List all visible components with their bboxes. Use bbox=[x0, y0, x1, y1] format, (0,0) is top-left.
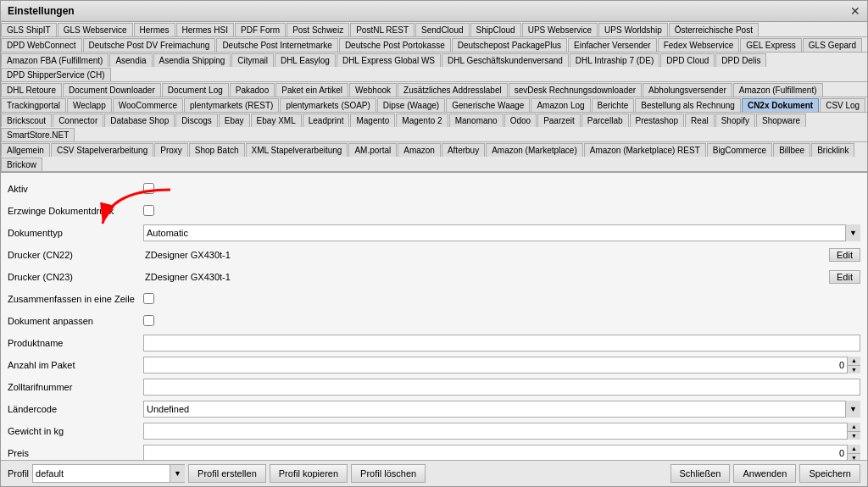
tab-asendia-shipping[interactable]: Asendia Shipping bbox=[153, 53, 231, 67]
profil-select[interactable]: default bbox=[32, 464, 185, 483]
tab-weclapp[interactable]: Weclapp bbox=[67, 98, 112, 112]
drucker-cn23-edit-button[interactable]: Edit bbox=[829, 270, 860, 284]
tab-plentymarkets-rest[interactable]: plentymarkets (REST) bbox=[184, 98, 279, 112]
dokumenttyp-select[interactable]: Automatic bbox=[143, 224, 860, 241]
tab-bigcommerce[interactable]: BigCommerce bbox=[707, 143, 772, 157]
tab-manomano[interactable]: Manomano bbox=[449, 113, 504, 127]
profil-kopieren-button[interactable]: Profil kopieren bbox=[270, 464, 348, 483]
tab-amazon-marketplace[interactable]: Amazon (Marketplace) bbox=[486, 143, 583, 157]
tab-ebay-xml[interactable]: Ebay XML bbox=[251, 113, 302, 127]
erzwinge-checkbox[interactable] bbox=[143, 205, 154, 216]
tab-brickscout[interactable]: Brickscout bbox=[1, 113, 52, 127]
tab-gls-shipit[interactable]: GLS ShipIT bbox=[1, 23, 57, 36]
tab-shipcloud[interactable]: ShipCloud bbox=[470, 23, 521, 36]
tab-bricklink[interactable]: Bricklink bbox=[811, 143, 854, 157]
tab-gel-express[interactable]: GEL Express bbox=[740, 38, 802, 52]
laendercode-select[interactable]: Undefined bbox=[143, 401, 860, 418]
tab-webhook[interactable]: Webhook bbox=[349, 83, 397, 97]
anzahl-down-button[interactable]: ▼ bbox=[848, 366, 860, 374]
aktiv-checkbox[interactable] bbox=[143, 183, 154, 194]
tab-dhl-intraship[interactable]: DHL Intraship 7 (DE) bbox=[570, 53, 659, 67]
tab-allgemein[interactable]: Allgemein bbox=[1, 143, 50, 157]
tab-amazon-fba[interactable]: Amazon FBA (Fulfillment) bbox=[1, 53, 108, 67]
produktname-input[interactable] bbox=[143, 335, 860, 351]
tab-pakadoo[interactable]: Pakadoo bbox=[230, 83, 275, 97]
tab-fedex-webservice[interactable]: Fedex Webservice bbox=[658, 38, 740, 52]
tab-csv-log[interactable]: CSV Log bbox=[820, 98, 865, 112]
tab-citymail[interactable]: Citymail bbox=[231, 53, 274, 67]
tab-gls-webservice[interactable]: GLS Webservice bbox=[58, 23, 133, 36]
tab-afterbuy[interactable]: Afterbuy bbox=[442, 143, 485, 157]
tab-ups-webservice[interactable]: UPS Webservice bbox=[522, 23, 598, 36]
tab-magento2[interactable]: Magento 2 bbox=[396, 113, 448, 127]
zolltarif-input[interactable] bbox=[143, 379, 860, 396]
preis-up-button[interactable]: ▲ bbox=[848, 445, 860, 454]
tab-dipse[interactable]: Dipse (Waage) bbox=[377, 98, 445, 112]
tab-connector[interactable]: Connector bbox=[53, 113, 103, 127]
tab-proxy[interactable]: Proxy bbox=[154, 143, 188, 157]
tab-discogs[interactable]: Discogs bbox=[175, 113, 218, 127]
tab-asendia[interactable]: Asendia bbox=[109, 53, 152, 67]
tab-amazon-log[interactable]: Amazon Log bbox=[531, 98, 590, 112]
tab-document-log[interactable]: Document Log bbox=[162, 83, 229, 97]
tab-generische-waage[interactable]: Generische Waage bbox=[446, 98, 530, 112]
preis-input[interactable] bbox=[143, 445, 860, 460]
anzahl-input[interactable] bbox=[143, 357, 860, 374]
tab-database-shop[interactable]: Database Shop bbox=[104, 113, 175, 127]
anwenden-button[interactable]: Anwenden bbox=[733, 464, 796, 483]
tab-dpd-shipperservice[interactable]: DPD ShipperService (CH) bbox=[1, 68, 111, 81]
tab-plentymarkets-soap[interactable]: plentymarkets (SOAP) bbox=[280, 98, 376, 112]
tab-dhl-easylog[interactable]: DHL Easylog bbox=[275, 53, 336, 67]
tab-dhl-geschaeftskunden[interactable]: DHL Geschäftskundenversand bbox=[442, 53, 569, 67]
tab-xml-stapel[interactable]: XML Stapelverarbeitung bbox=[246, 143, 348, 157]
tab-ups-worldship[interactable]: UPS Worldship bbox=[598, 23, 668, 36]
schliessen-button[interactable]: Schließen bbox=[670, 464, 731, 483]
tab-smartstore[interactable]: SmartStore.NET bbox=[1, 128, 75, 141]
tab-shop-batch[interactable]: Shop Batch bbox=[189, 143, 245, 157]
zusammenfassen-checkbox[interactable] bbox=[143, 293, 154, 304]
tab-abholungsversender[interactable]: Abholungsversender bbox=[643, 83, 732, 97]
anzahl-up-button[interactable]: ▲ bbox=[848, 357, 860, 366]
tab-parcellab[interactable]: Parcellab bbox=[581, 113, 629, 127]
tab-deutschepost-packageplus[interactable]: Deutschepost PackagePlus bbox=[452, 38, 567, 52]
tab-bestellung-als-rechnung[interactable]: Bestellung als Rechnung bbox=[635, 98, 741, 112]
tab-magento[interactable]: Magento bbox=[350, 113, 395, 127]
tab-cn2x-dokument[interactable]: CN2x Dokument bbox=[742, 98, 819, 112]
tab-amportal[interactable]: AM.portal bbox=[348, 143, 397, 157]
gewicht-input[interactable] bbox=[143, 423, 860, 440]
dokument-checkbox[interactable] bbox=[143, 315, 154, 326]
tab-odoo[interactable]: Odoo bbox=[504, 113, 537, 127]
tab-sevdesk[interactable]: sevDesk Rechnungsdownloader bbox=[509, 83, 642, 97]
tab-paarzeit[interactable]: Paarzeit bbox=[537, 113, 581, 127]
tab-post-schweiz[interactable]: Post Schweiz bbox=[287, 23, 349, 36]
tab-dpd-cloud[interactable]: DPD Cloud bbox=[660, 53, 715, 67]
tab-einfacher-versender[interactable]: Einfacher Versender bbox=[568, 38, 657, 52]
tab-deutsche-post-dv[interactable]: Deutsche Post DV Freimachung bbox=[83, 38, 216, 52]
speichern-button[interactable]: Speichern bbox=[799, 464, 860, 483]
tab-shopify[interactable]: Shopify bbox=[715, 113, 755, 127]
tab-csv-stapel[interactable]: CSV Stapelverarbeitung bbox=[51, 143, 153, 157]
tab-leadprint[interactable]: Leadprint bbox=[303, 113, 350, 127]
drucker-cn22-edit-button[interactable]: Edit bbox=[829, 248, 860, 262]
gewicht-up-button[interactable]: ▲ bbox=[848, 423, 860, 432]
profil-erstellen-button[interactable]: Profil erstellen bbox=[188, 464, 266, 483]
tab-amazon-marketplace-rest[interactable]: Amazon (Marketplace) REST bbox=[584, 143, 706, 157]
tab-sendcloud[interactable]: SendCloud bbox=[415, 23, 469, 36]
tab-deutsche-post-internetmarke[interactable]: Deutsche Post Internetmarke bbox=[216, 38, 338, 52]
tab-prestashop[interactable]: Prestashop bbox=[630, 113, 685, 127]
tab-dhl-express-global[interactable]: DHL Express Global WS bbox=[337, 53, 441, 67]
preis-down-button[interactable]: ▼ bbox=[848, 454, 860, 461]
tab-paket-ein-artikel[interactable]: Paket ein Artikel bbox=[275, 83, 348, 97]
tab-trackingportal[interactable]: Trackingportal bbox=[1, 98, 66, 112]
profil-loeschen-button[interactable]: Profil löschen bbox=[351, 464, 426, 483]
tab-hermes[interactable]: Hermes bbox=[134, 23, 175, 36]
tab-woocommerce[interactable]: WooCommerce bbox=[113, 98, 183, 112]
tab-berichte[interactable]: Berichte bbox=[592, 98, 635, 112]
tab-hermes-hsi[interactable]: Hermes HSI bbox=[176, 23, 234, 36]
tab-billbee[interactable]: Billbee bbox=[773, 143, 810, 157]
tab-amazon[interactable]: Amazon bbox=[398, 143, 441, 157]
tab-postnl-rest[interactable]: PostNL REST bbox=[350, 23, 415, 36]
tab-document-downloader[interactable]: Document Downloader bbox=[63, 83, 161, 97]
tab-deutsche-post-portokasse[interactable]: Deutsche Post Portokasse bbox=[339, 38, 451, 52]
tab-dpd-webconnect[interactable]: DPD WebConnect bbox=[1, 38, 82, 52]
